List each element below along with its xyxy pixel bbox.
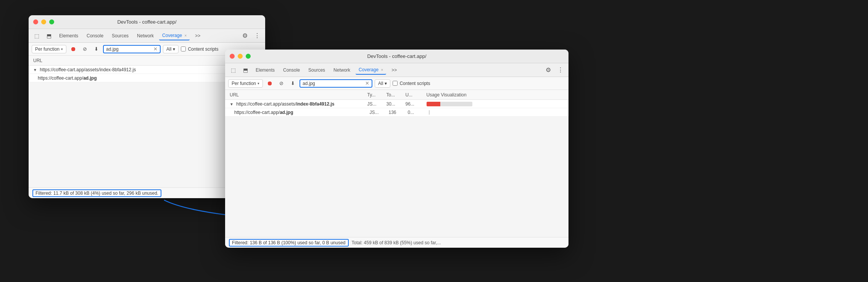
row-url-2-0: ▼ https://coffee-cart.app/assets/index-8… [230, 101, 367, 107]
close-button-1[interactable] [33, 19, 38, 24]
settings-icon-2[interactable]: ⚙ [543, 65, 553, 75]
total-col-header-2: To... [386, 92, 406, 98]
close-button-2[interactable] [230, 54, 235, 59]
title-bar-1: DevTools - coffee-cart.app/ [29, 15, 265, 29]
row-total-2-1: 136 [389, 110, 408, 115]
more-options-icon-1[interactable]: ⋮ [252, 31, 262, 41]
status-filtered-1: Filtered: 11.7 kB of 308 kB (4%) used so… [32, 189, 161, 197]
window-controls-2 [230, 54, 251, 59]
content-scripts-checkbox-2[interactable] [393, 81, 398, 86]
status-total-2: Total: 459 kB of 839 kB (55%) used so fa… [352, 240, 441, 245]
row-unused-2-1: 0... [408, 110, 429, 115]
row-type-2-1: JS... [370, 110, 389, 115]
inspect-icon[interactable]: ⬚ [32, 31, 42, 41]
status-filtered-2: Filtered: 136 B of 136 B (100%) used so … [229, 239, 349, 247]
per-function-dropdown-arrow-2: ▾ [258, 82, 259, 85]
search-input-2[interactable] [303, 81, 364, 86]
per-function-button-1[interactable]: Per function ▾ [32, 45, 66, 53]
tab-sources-1[interactable]: Sources [109, 32, 132, 40]
settings-icon-1[interactable]: ⚙ [240, 31, 250, 41]
tab-elements-2[interactable]: Elements [253, 66, 278, 74]
tab-sources-2[interactable]: Sources [305, 66, 328, 74]
maximize-button-1[interactable] [49, 19, 54, 24]
per-function-label-2: Per function [232, 81, 256, 86]
stop-record-icon-2[interactable]: ⏺ [265, 79, 274, 88]
tree-arrow-2-0: ▼ [230, 102, 234, 106]
minimize-button-2[interactable] [238, 54, 243, 59]
toolbar-2: ⬚ ⬒ Elements Console Sources Network Cov… [225, 63, 568, 77]
row-viz-2-1 [429, 110, 564, 115]
row-url-2-1: https://coffee-cart.app/ad.jpg [234, 110, 370, 115]
table-row-2-0[interactable]: ▼ https://coffee-cart.app/assets/index-8… [225, 100, 568, 108]
table-header-2: URL Ty... To... U... Usage Visualization [225, 90, 568, 100]
tab-coverage-2[interactable]: Coverage × [356, 66, 386, 75]
device-icon[interactable]: ⬒ [44, 31, 54, 41]
content-scripts-label-2[interactable]: Content scripts [393, 81, 430, 86]
search-field-2[interactable]: ✕ [300, 79, 372, 88]
url-col-header-2: URL [230, 92, 367, 98]
tab-network-2[interactable]: Network [330, 66, 353, 74]
all-dropdown-1[interactable]: All ▾ [163, 45, 179, 53]
title-bar-2: DevTools - coffee-cart.app/ [225, 50, 568, 63]
toolbar-1: ⬚ ⬒ Elements Console Sources Network Cov… [29, 29, 265, 43]
window-controls-1 [33, 19, 54, 24]
tab-more-1[interactable]: >> [192, 32, 203, 40]
all-dropdown-arrow-1: ▾ [173, 46, 175, 52]
search-input-1[interactable] [106, 46, 152, 52]
tab-network-1[interactable]: Network [134, 32, 157, 40]
search-clear-icon-1[interactable]: ✕ [153, 46, 158, 51]
search-clear-icon-2[interactable]: ✕ [365, 81, 369, 86]
stop-record-icon-1[interactable]: ⏺ [69, 45, 78, 54]
row-total-2-0: 30... [386, 101, 406, 107]
download-icon-1[interactable]: ⬇ [92, 45, 101, 54]
all-label-2: All [378, 81, 383, 86]
all-dropdown-2[interactable]: All ▾ [375, 79, 390, 88]
table-body-2: ▼ https://coffee-cart.app/assets/index-8… [225, 100, 568, 117]
clear-icon-2[interactable]: ⊘ [277, 79, 286, 88]
download-icon-2[interactable]: ⬇ [288, 79, 297, 88]
tab-elements-1[interactable]: Elements [56, 32, 81, 40]
tab-more-2[interactable]: >> [388, 66, 400, 74]
per-function-button-2[interactable]: Per function ▾ [228, 79, 263, 88]
type-col-header-2: Ty... [367, 92, 386, 98]
viz-col-header-2: Usage Visualization [427, 92, 564, 98]
row-viz-2-0 [427, 102, 564, 106]
content-scripts-label-1[interactable]: Content scripts [181, 46, 218, 52]
more-options-icon-2[interactable]: ⋮ [556, 65, 565, 75]
unused-col-header-2: U... [406, 92, 427, 98]
coverage-toolbar-2: Per function ▾ ⏺ ⊘ ⬇ ✕ All ▾ Content scr… [225, 77, 568, 90]
inspect-icon-2[interactable]: ⬚ [228, 65, 238, 75]
usage-bar-2-0 [427, 102, 472, 106]
row-type-2-0: JS... [367, 101, 386, 107]
tree-arrow-1-0: ▼ [33, 68, 37, 72]
tab-console-1[interactable]: Console [84, 32, 106, 40]
minimize-button-1[interactable] [41, 19, 46, 24]
content-scripts-checkbox-1[interactable] [181, 46, 186, 51]
window-title-1: DevTools - coffee-cart.app/ [117, 19, 176, 25]
table-row-2-1[interactable]: https://coffee-cart.app/ad.jpg JS... 136… [225, 108, 568, 117]
device-icon-2[interactable]: ⬒ [240, 65, 250, 75]
tab-close-icon-1[interactable]: × [184, 34, 187, 38]
tab-close-icon-2[interactable]: × [381, 68, 383, 72]
usage-bar-empty-2-1 [429, 110, 430, 115]
row-unused-2-0: 96... [406, 101, 427, 107]
search-field-1[interactable]: ✕ [103, 45, 161, 53]
tab-coverage-1[interactable]: Coverage × [159, 31, 190, 40]
status-bar-2: Filtered: 136 B of 136 B (100%) used so … [225, 237, 568, 248]
all-dropdown-arrow-2: ▾ [385, 81, 387, 86]
tab-console-2[interactable]: Console [280, 66, 303, 74]
devtools-window-2: DevTools - coffee-cart.app/ ⬚ ⬒ Elements… [225, 50, 568, 248]
per-function-label-1: Per function [35, 46, 60, 52]
usage-bar-used-2-0 [427, 102, 440, 106]
window-title-2: DevTools - coffee-cart.app/ [367, 53, 426, 59]
maximize-button-2[interactable] [246, 54, 251, 59]
all-label-1: All [166, 46, 171, 52]
per-function-dropdown-arrow-1: ▾ [61, 47, 63, 51]
clear-icon-1[interactable]: ⊘ [80, 45, 89, 54]
